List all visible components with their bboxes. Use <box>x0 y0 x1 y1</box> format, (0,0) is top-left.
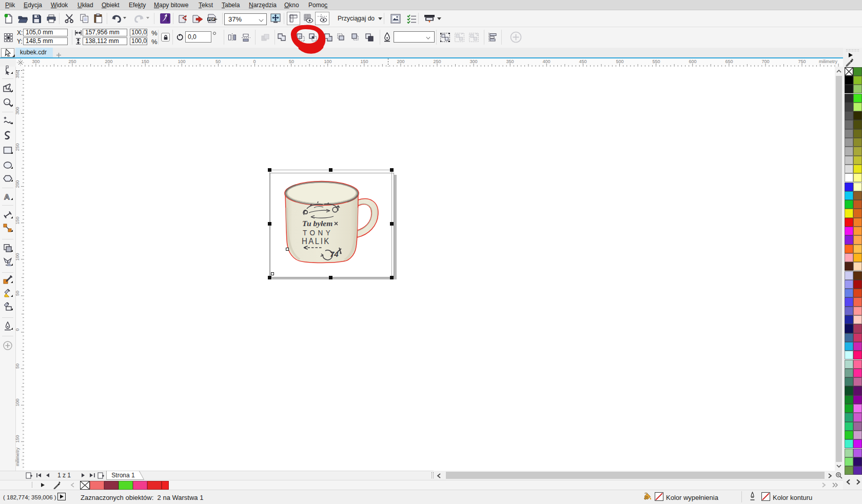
svg-text:HALIK: HALIK <box>302 237 330 246</box>
svg-text:74: 74 <box>330 250 339 258</box>
svg-text:Tu byłem: Tu byłem <box>302 219 332 228</box>
svg-text:A: A <box>4 192 10 201</box>
svg-text:PDF: PDF <box>208 17 215 21</box>
svg-text:TONY: TONY <box>303 228 333 237</box>
